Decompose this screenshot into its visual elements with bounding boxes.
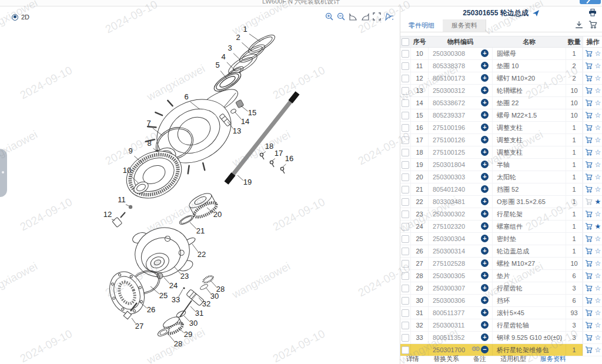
table-row[interactable]: 20250300303+太阳轮1☆ <box>400 171 602 183</box>
part-number-label[interactable]: 20 <box>213 210 222 219</box>
row-checkbox[interactable] <box>402 112 409 119</box>
expand-plus-icon[interactable]: + <box>481 123 489 131</box>
add-to-cart-icon[interactable] <box>585 198 593 205</box>
row-checkbox[interactable] <box>402 149 409 156</box>
part-number-label[interactable]: 23 <box>180 272 189 280</box>
table-row[interactable]: 11805338378+垫圈 102☆ <box>400 60 602 72</box>
table-row[interactable]: 30250300306+挡环6☆ <box>400 295 602 307</box>
table-row[interactable]: 25250300304+密封垫1☆ <box>400 233 602 245</box>
row-checkbox[interactable] <box>402 173 409 181</box>
favorite-star-icon[interactable]: ☆ <box>595 161 601 168</box>
tab-detail[interactable]: 详情 <box>406 355 419 363</box>
part-number-label[interactable]: 11 <box>118 195 126 204</box>
add-to-cart-icon[interactable] <box>585 149 593 156</box>
expand-plus-icon[interactable]: + <box>481 272 489 279</box>
table-row[interactable]: 15805239337+螺母 M22×1.510☆ <box>400 109 602 122</box>
expand-plus-icon[interactable]: + <box>481 86 489 94</box>
favorite-star-icon[interactable]: ☆ <box>595 75 601 82</box>
row-checkbox[interactable] <box>402 297 409 305</box>
table-row[interactable]: 24275102320+螺塞组件1★ <box>400 221 602 233</box>
part-number-label[interactable]: 24 <box>169 281 178 290</box>
fit-view-button[interactable] <box>372 12 382 21</box>
expand-plus-icon[interactable]: + <box>481 62 489 69</box>
favorite-star-icon[interactable]: ★ <box>595 223 601 230</box>
favorite-star-icon[interactable]: ☆ <box>595 173 601 181</box>
expand-plus-icon[interactable]: + <box>481 210 489 218</box>
add-to-cart-icon[interactable] <box>585 112 593 119</box>
table-row[interactable]: 26250300314+轮边盖总成1☆ <box>400 245 602 258</box>
reset-view-button[interactable] <box>383 12 393 21</box>
table-row[interactable]: 22803303481+O形圈 31.5×2.651★ <box>400 196 602 208</box>
part-number-label[interactable]: 13 <box>233 126 241 135</box>
add-to-cart-icon[interactable] <box>585 99 593 106</box>
row-checkbox[interactable] <box>402 223 409 231</box>
add-to-cart-icon[interactable] <box>585 50 593 57</box>
add-to-cart-icon[interactable] <box>585 322 593 329</box>
favorite-star-icon[interactable]: ☆ <box>595 248 601 255</box>
table-row[interactable]: 28250300305+垫片6☆ <box>400 270 602 282</box>
tab-service-docs[interactable]: 服务资料 <box>443 19 486 32</box>
zoom-out-button[interactable] <box>336 12 346 21</box>
part-number-label[interactable]: 19 <box>243 178 252 186</box>
tab-service-data[interactable]: 服务资料 <box>540 355 566 363</box>
expand-plus-icon[interactable]: + <box>481 198 489 205</box>
part-number-label[interactable]: 1 <box>243 25 247 34</box>
expand-plus-icon[interactable]: + <box>481 74 489 82</box>
row-checkbox[interactable] <box>402 248 409 255</box>
zoom-in-button[interactable] <box>325 12 335 21</box>
add-to-cart-icon[interactable] <box>585 87 593 94</box>
expand-plus-icon[interactable]: + <box>481 185 489 193</box>
table-row[interactable]: 16275100196+调整支柱1☆ <box>400 122 602 134</box>
rotate-right-icon[interactable] <box>360 12 370 21</box>
row-checkbox[interactable] <box>402 211 409 218</box>
favorite-star-icon[interactable]: ☆ <box>595 297 601 304</box>
part-number-label[interactable]: 12 <box>103 210 112 219</box>
row-checkbox[interactable] <box>402 136 409 144</box>
add-to-cart-icon[interactable] <box>585 223 593 230</box>
favorite-star-icon[interactable]: ☆ <box>595 272 601 279</box>
part-number-label[interactable]: 31 <box>195 309 203 318</box>
part-number-label[interactable]: 30 <box>189 319 198 328</box>
table-row[interactable]: 32250300311+行星齿轮轴3☆ <box>400 319 602 332</box>
view-mode-radio-2d[interactable]: 2D <box>12 14 29 21</box>
part-number-label[interactable]: 14 <box>241 117 249 126</box>
part-number-label[interactable]: 22 <box>198 250 206 259</box>
part-number-label[interactable]: 15 <box>248 108 256 117</box>
table-row[interactable]: 17275100126+调整支柱1☆ <box>400 134 602 146</box>
expand-plus-icon[interactable]: + <box>481 49 489 57</box>
favorite-star-icon[interactable]: ☆ <box>595 50 601 57</box>
part-number-label[interactable]: 16 <box>285 154 293 163</box>
floating-search-button[interactable] <box>580 0 601 4</box>
favorite-star-icon[interactable]: ☆ <box>595 136 601 143</box>
add-to-cart-icon[interactable] <box>585 272 593 279</box>
part-number-label[interactable]: 21 <box>196 226 205 235</box>
part-number-label[interactable]: 17 <box>275 149 283 158</box>
favorite-star-icon[interactable]: ☆ <box>595 334 601 341</box>
part-number-label[interactable]: 5 <box>215 61 219 69</box>
table-row[interactable]: 12805100173+螺钉 M10×202☆ <box>400 72 602 85</box>
row-checkbox[interactable] <box>402 272 409 280</box>
favorite-star-icon[interactable]: ☆ <box>595 87 601 94</box>
expand-plus-icon[interactable]: + <box>481 111 489 119</box>
expand-plus-icon[interactable]: + <box>481 333 489 341</box>
favorite-star-icon[interactable]: ★ <box>595 198 601 205</box>
row-checkbox[interactable] <box>402 260 409 268</box>
printer-icon[interactable] <box>588 9 597 16</box>
add-to-cart-icon[interactable] <box>585 75 593 82</box>
add-to-cart-icon[interactable] <box>585 235 593 242</box>
expand-plus-icon[interactable]: + <box>481 99 489 106</box>
sidebar-collapse-handle[interactable] <box>0 149 7 197</box>
add-to-cart-icon[interactable] <box>585 260 593 267</box>
row-checkbox[interactable] <box>402 99 409 107</box>
expand-plus-icon[interactable]: + <box>481 309 489 316</box>
favorite-star-icon[interactable]: ☆ <box>595 124 601 131</box>
table-row[interactable]: 29250300307+行星齿轮3☆ <box>400 282 602 295</box>
tab-applicable-models[interactable]: 适用机型 <box>500 355 526 363</box>
part-number-label[interactable]: 9 <box>128 146 132 155</box>
table-row[interactable]: 21805401240+挡圈 521☆ <box>400 183 602 196</box>
expand-plus-icon[interactable]: + <box>481 136 489 143</box>
table-row[interactable]: 14805338672+垫圈 2210☆ <box>400 97 602 109</box>
part-number-label[interactable]: 26 <box>147 305 155 314</box>
add-to-cart-icon[interactable] <box>585 309 593 316</box>
part-number-label[interactable]: 29 <box>184 330 192 339</box>
